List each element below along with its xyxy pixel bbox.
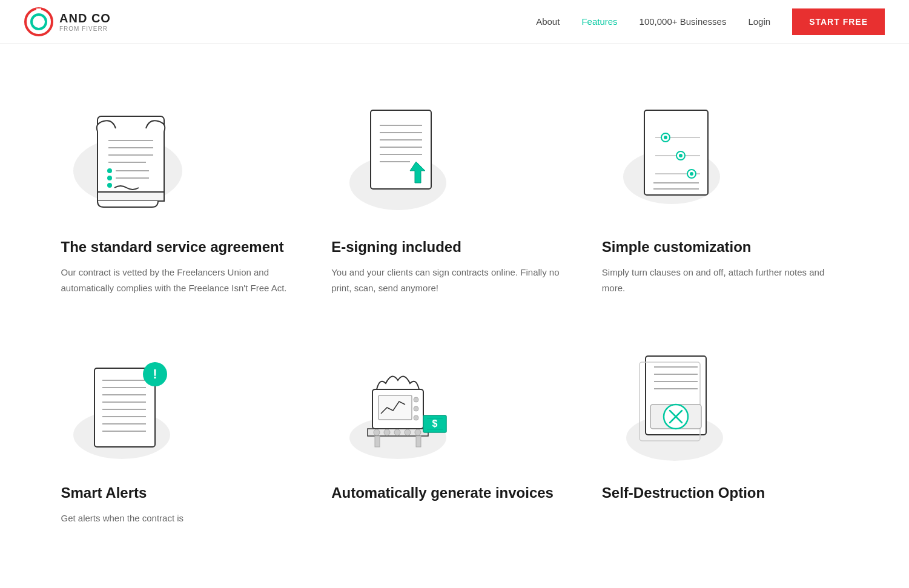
logo-icon [24, 7, 53, 36]
feature-3-desc: Simply turn clauses on and off, attach f… [602, 265, 836, 296]
self-destruct-illustration [602, 344, 735, 465]
svg-text:!: ! [153, 366, 157, 382]
logo-name: AND CO [59, 12, 111, 25]
svg-rect-61 [375, 436, 380, 447]
feature-3-title: Simple customization [602, 237, 752, 256]
svg-rect-5 [98, 192, 164, 201]
svg-point-53 [414, 406, 418, 411]
logo-subtitle: FROM FIVERR [59, 25, 111, 32]
svg-point-56 [374, 429, 380, 435]
esign-illustration [331, 98, 464, 219]
feature-1-desc: Our contract is vetted by the Freelancer… [61, 265, 296, 296]
svg-point-57 [384, 429, 390, 435]
svg-point-60 [415, 429, 421, 435]
main-nav: About Features 100,000+ Businesses Login… [536, 8, 885, 35]
svg-point-30 [664, 136, 667, 139]
svg-text:$: $ [432, 418, 438, 429]
feature-standard-agreement: The standard service agreement Our contr… [49, 80, 320, 326]
features-grid: The standard service agreement Our contr… [1, 44, 909, 588]
contract-scroll-illustration [61, 98, 194, 219]
feature-customization: Simple customization Simply turn clauses… [590, 80, 861, 326]
alerts-illustration: ! [61, 344, 194, 465]
nav-about[interactable]: About [536, 16, 560, 27]
feature-self-destruction: Self-Destruction Option [590, 326, 861, 557]
svg-point-1 [31, 15, 46, 29]
sliders-illustration [602, 98, 735, 219]
feature-4-title: Smart Alerts [61, 483, 147, 502]
svg-point-36 [690, 172, 693, 176]
feature-esigning: E-signing included You and your clients … [319, 80, 590, 326]
svg-rect-16 [371, 110, 431, 189]
svg-point-58 [394, 429, 400, 435]
svg-point-12 [107, 183, 112, 188]
logo: AND CO FROM FIVERR [24, 7, 111, 36]
nav-features[interactable]: Features [581, 16, 617, 27]
feature-smart-alerts: ! Smart Alerts Get alerts when the contr… [49, 326, 320, 557]
svg-point-54 [414, 415, 418, 420]
start-free-button[interactable]: START FREE [792, 8, 885, 35]
feature-2-desc: You and your clients can sign contracts … [331, 265, 566, 296]
svg-rect-2 [36, 8, 41, 13]
svg-point-59 [405, 429, 411, 435]
nav-businesses[interactable]: 100,000+ Businesses [640, 16, 727, 27]
feature-auto-invoices: $ Automatically generate invoices [319, 326, 590, 557]
feature-2-title: E-signing included [331, 237, 461, 256]
header: AND CO FROM FIVERR About Features 100,00… [0, 0, 909, 44]
svg-point-10 [107, 168, 112, 173]
svg-point-52 [414, 397, 418, 402]
feature-5-title: Automatically generate invoices [331, 483, 554, 502]
invoices-illustration: $ [331, 344, 464, 465]
feature-6-title: Self-Destruction Option [602, 483, 765, 502]
svg-point-33 [679, 154, 683, 157]
feature-1-title: The standard service agreement [61, 237, 284, 256]
svg-rect-62 [416, 436, 421, 447]
svg-point-11 [107, 176, 112, 180]
nav-login[interactable]: Login [748, 16, 770, 27]
feature-4-desc: Get alerts when the contract is [61, 510, 184, 526]
